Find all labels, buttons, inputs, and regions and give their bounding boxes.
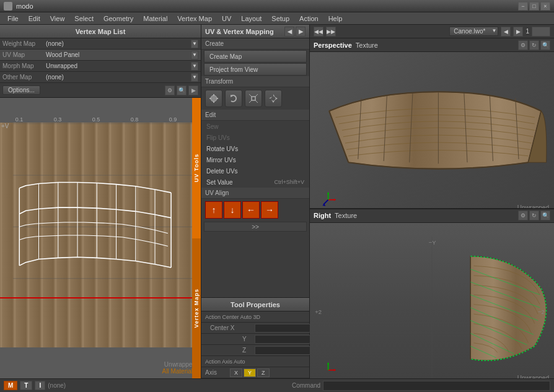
uv-align-section-header[interactable]: UV Align [201, 188, 309, 199]
right-viewport-controls: ⚙ ↻ 🔍 [518, 211, 550, 220]
panel-left-icon[interactable]: ◀ [284, 27, 294, 37]
align-bottom-button[interactable]: ↓ [224, 201, 241, 219]
axis-values-row: 0.1 0.3 0.5 0.8 0.9 [0, 115, 192, 124]
rotate-tool-icon[interactable] [225, 90, 242, 107]
center-z-row: Z 0 m ▲ ▼ [201, 345, 309, 356]
perspective-texture-label: Texture [356, 41, 378, 49]
uv-viewport[interactable]: +V 0.1 0.3 0.5 0.8 0.9 [0, 98, 201, 378]
create-section-header[interactable]: Create [201, 38, 309, 50]
transform-tools-row [201, 87, 309, 110]
align-left-button[interactable]: ← [242, 201, 260, 219]
uv-map-dropdown[interactable]: ▼ [191, 51, 198, 59]
options-zoom-icon[interactable]: 🔍 [177, 85, 187, 95]
menu-setup[interactable]: Setup [266, 12, 294, 25]
menu-edit[interactable]: Edit [24, 12, 45, 25]
mid-panel: UV & Vertex Mapping ◀ ▶ Create Create Ma… [201, 25, 310, 378]
minimize-button[interactable]: − [518, 2, 528, 11]
right-texture-label: Texture [335, 212, 357, 219]
create-map-button[interactable]: Create Map [204, 50, 307, 63]
options-expand-icon[interactable]: ▶ [188, 85, 198, 95]
axis-y-button[interactable]: Y [244, 368, 256, 377]
right-rotate-icon[interactable]: ↻ [529, 211, 539, 220]
mirror-uvs-action[interactable]: Mirror UVs [201, 154, 309, 165]
svg-text:+2: +2 [315, 309, 322, 315]
project-from-view-button[interactable]: Project from View [204, 63, 307, 76]
options-settings-icon[interactable]: ⚙ [165, 85, 175, 95]
svg-rect-20 [252, 97, 255, 100]
menu-geometry[interactable]: Geometry [99, 12, 138, 25]
menu-uv[interactable]: UV [217, 12, 236, 25]
perspective-viewport-header: Perspective Texture ⚙ ↻ 🔍 [310, 38, 554, 52]
left-panel: Vertex Map List Weight Map (none) ▼ UV M… [0, 25, 201, 378]
i-button[interactable]: I [35, 381, 45, 390]
scale-tool-icon[interactable] [245, 90, 262, 107]
svg-marker-57 [327, 362, 329, 364]
morph-map-dropdown[interactable]: ▼ [191, 62, 198, 71]
weight-map-value: (none) [46, 40, 191, 47]
align-buttons-row: ↑ ↓ ← → [201, 199, 309, 221]
weight-map-dropdown[interactable]: ▼ [191, 40, 198, 48]
axis-label: Axis [205, 369, 230, 376]
nav-slider[interactable] [532, 27, 550, 37]
tool-properties-header: Tool Properties [201, 298, 309, 311]
transform-section-header[interactable]: Transform [201, 76, 309, 87]
axis-buttons-row: Axis X Y Z [201, 367, 309, 378]
right-viewport-header: Right Texture ⚙ ↻ 🔍 [310, 209, 554, 223]
menu-action[interactable]: Action [294, 12, 323, 25]
maximize-button[interactable]: □ [529, 2, 539, 11]
morph-map-value: Unwrapped [46, 63, 191, 69]
uv-all-materials-label: All Materials [162, 368, 196, 375]
set-value-action[interactable]: Set Value Ctrl+Shift+V [201, 176, 309, 188]
expand-button[interactable]: >> [204, 222, 307, 232]
menu-file[interactable]: File [2, 12, 24, 25]
file-dropdown[interactable]: Canoe.lwo* ▼ [449, 27, 498, 36]
svg-text:−Y: −Y [429, 240, 436, 246]
menu-select[interactable]: Select [69, 12, 99, 25]
svg-marker-25 [271, 94, 275, 103]
perspective-viewport[interactable]: Perspective Texture ⚙ ↻ 🔍 [310, 38, 554, 209]
options-button[interactable]: Options... [2, 85, 40, 95]
nav-prev-button[interactable]: ◀ [501, 27, 511, 37]
other-map-label: Other Map [2, 74, 46, 81]
vertex-maps-tab[interactable]: Vertex Maps [192, 238, 201, 379]
right-zoom-icon[interactable]: 🔍 [540, 211, 550, 220]
perspective-rotate-icon[interactable]: ↻ [529, 40, 539, 50]
right-scene[interactable]: +2 −2 −Y 10 cm Unwrapped All Materials [310, 223, 554, 379]
perspective-viewport-controls: ⚙ ↻ 🔍 [518, 40, 550, 50]
svg-marker-26 [269, 97, 278, 100]
transform-tool-icon[interactable] [265, 90, 282, 107]
align-top-button[interactable]: ↑ [205, 201, 222, 219]
nav-number: 1 [525, 28, 529, 35]
tool-properties-panel: Tool Properties Action Center Auto 3D Ce… [201, 297, 309, 378]
action-center-label: Action Center Auto 3D [205, 314, 279, 320]
axis-x-button[interactable]: X [230, 368, 242, 377]
nav-next-button[interactable]: ▶ [513, 27, 523, 37]
menu-help[interactable]: Help [323, 12, 348, 25]
delete-uvs-action[interactable]: Delete UVs [201, 165, 309, 176]
axis-buttons: X Y Z [230, 368, 270, 377]
edit-section-header[interactable]: Edit [201, 110, 309, 121]
other-map-dropdown[interactable]: ▼ [191, 73, 198, 82]
align-right-button[interactable]: → [261, 201, 278, 219]
close-button[interactable]: × [540, 2, 550, 11]
axis-z-button[interactable]: Z [257, 368, 270, 377]
uv-tools-tab[interactable]: UV Tools [192, 98, 201, 238]
perspective-scene[interactable]: 20 cm Unwrapped All Materials [310, 52, 554, 209]
panel-right-icon[interactable]: ▶ [296, 27, 306, 37]
menu-view[interactable]: View [45, 12, 70, 25]
t-button[interactable]: T [20, 381, 32, 390]
right-viewport[interactable]: Right Texture ⚙ ↻ 🔍 [310, 209, 554, 379]
center-z-label: Z [205, 347, 255, 354]
nav-right-icon[interactable]: ▶▶ [326, 27, 336, 37]
menu-vertex-map[interactable]: Vertex Map [172, 12, 217, 25]
perspective-settings-icon[interactable]: ⚙ [518, 40, 528, 50]
command-input[interactable] [323, 381, 550, 391]
move-tool-icon[interactable] [205, 90, 222, 107]
menu-layout[interactable]: Layout [236, 12, 266, 25]
menu-material[interactable]: Material [138, 12, 172, 25]
nav-left-icon[interactable]: ◀◀ [314, 27, 323, 37]
m-button[interactable]: M [4, 381, 17, 390]
right-settings-icon[interactable]: ⚙ [518, 211, 528, 220]
rotate-uvs-action[interactable]: Rotate UVs [201, 143, 309, 154]
perspective-zoom-icon[interactable]: 🔍 [540, 40, 550, 50]
